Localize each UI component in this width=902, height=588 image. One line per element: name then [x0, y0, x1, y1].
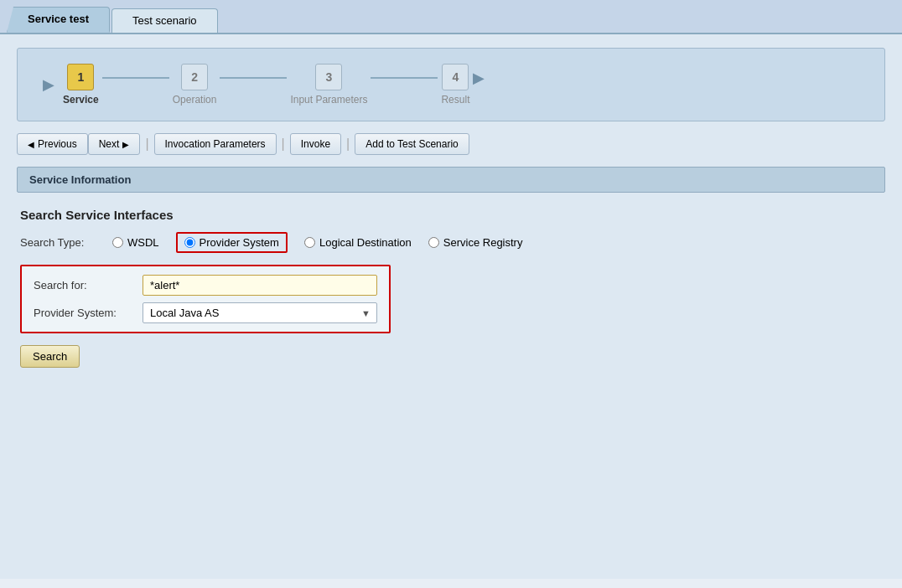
- provider-system-label: Provider System:: [34, 307, 143, 319]
- section-header: Service Information: [17, 167, 885, 193]
- step-label-1: Service: [63, 94, 99, 106]
- next-button[interactable]: Next ▶: [88, 133, 141, 155]
- main-content: ▶ 1 Service 2 Operation 3: [0, 34, 902, 579]
- step-label-2: Operation: [173, 94, 217, 106]
- provider-system-select-wrapper: Local Java AS Remote System ▼: [143, 302, 377, 323]
- search-interfaces-title: Search Service Interfaces: [20, 208, 882, 222]
- wizard-step-1[interactable]: 1 Service: [63, 64, 99, 106]
- radio-wsdl[interactable]: [112, 237, 123, 248]
- wizard-end-arrow: ▶: [473, 69, 485, 87]
- wizard-steps: ▶ 1 Service 2 Operation 3: [43, 64, 485, 106]
- search-button[interactable]: Search: [20, 345, 80, 368]
- add-to-test-scenario-button[interactable]: Add to Test Scenario: [355, 133, 469, 155]
- radio-provider-system[interactable]: [184, 237, 195, 248]
- step-num-2: 2: [181, 64, 208, 90]
- tab-test-scenario-label: Test scenario: [132, 14, 197, 27]
- invoke-button[interactable]: Invoke: [290, 133, 341, 155]
- toolbar-sep-3: |: [346, 137, 350, 152]
- invocation-parameters-label: Invocation Parameters: [165, 138, 266, 150]
- search-section: Search Service Interfaces Search Type: W…: [17, 208, 885, 368]
- provider-system-row: Provider System: Local Java AS Remote Sy…: [34, 302, 377, 323]
- search-for-label: Search for:: [34, 279, 143, 291]
- step-connector-2-3: [220, 77, 287, 79]
- provider-system-select[interactable]: Local Java AS Remote System: [143, 302, 377, 323]
- search-type-radio-group: WSDL Provider System Logical Destination…: [112, 232, 522, 253]
- add-to-test-scenario-label: Add to Test Scenario: [365, 138, 459, 150]
- next-label: Next: [99, 138, 120, 150]
- radio-logical-destination[interactable]: [304, 237, 315, 248]
- radio-wsdl-label: WSDL: [127, 236, 159, 249]
- search-button-container: Search: [20, 345, 882, 368]
- radio-option-provider-system[interactable]: Provider System: [176, 232, 288, 253]
- step-num-1: 1: [67, 64, 94, 90]
- wizard-start-arrow: ▶: [43, 75, 54, 94]
- radio-option-service-registry[interactable]: Service Registry: [428, 236, 523, 249]
- wizard-container: ▶ 1 Service 2 Operation 3: [17, 48, 885, 121]
- wizard-step-3[interactable]: 3 Input Parameters: [290, 64, 367, 106]
- radio-provider-system-label: Provider System: [200, 236, 279, 249]
- toolbar: ◀ Previous Next ▶ | Invocation Parameter…: [17, 133, 885, 155]
- tabs-bar: Service test Test scenario: [0, 0, 902, 34]
- wizard-step-2[interactable]: 2 Operation: [173, 64, 217, 106]
- step-connector-3-4: [371, 77, 438, 79]
- search-type-row: Search Type: WSDL Provider System Logica…: [20, 232, 882, 253]
- radio-service-registry-label: Service Registry: [443, 236, 523, 249]
- search-for-row: Search for:: [34, 275, 377, 296]
- radio-option-wsdl[interactable]: WSDL: [112, 236, 159, 249]
- toolbar-sep-1: |: [145, 137, 148, 152]
- tab-service-test-label: Service test: [28, 13, 89, 25]
- radio-option-logical-destination[interactable]: Logical Destination: [304, 236, 412, 249]
- toolbar-sep-2: |: [282, 137, 285, 152]
- next-arrow-icon: ▶: [122, 140, 129, 149]
- invoke-label: Invoke: [301, 138, 330, 150]
- step-label-4: Result: [441, 94, 469, 106]
- radio-service-registry[interactable]: [428, 237, 439, 248]
- search-form: Search for: Provider System: Local Java …: [20, 265, 391, 333]
- step-label-3: Input Parameters: [290, 94, 367, 106]
- radio-logical-destination-label: Logical Destination: [319, 236, 412, 249]
- step-num-4: 4: [442, 64, 469, 90]
- wizard-step-4[interactable]: 4 Result: [441, 64, 469, 106]
- tab-service-test[interactable]: Service test: [7, 7, 110, 33]
- step-connector-1-2: [102, 77, 169, 79]
- previous-arrow-icon: ◀: [28, 140, 34, 149]
- section-header-text: Service Information: [29, 173, 131, 186]
- previous-button[interactable]: ◀ Previous: [17, 133, 88, 155]
- search-button-label: Search: [33, 350, 67, 363]
- invocation-parameters-button[interactable]: Invocation Parameters: [154, 133, 277, 155]
- tab-test-scenario[interactable]: Test scenario: [111, 8, 218, 33]
- search-for-input[interactable]: [143, 275, 377, 296]
- step-num-3: 3: [315, 64, 342, 90]
- previous-label: Previous: [38, 138, 77, 150]
- search-type-label: Search Type:: [20, 236, 112, 249]
